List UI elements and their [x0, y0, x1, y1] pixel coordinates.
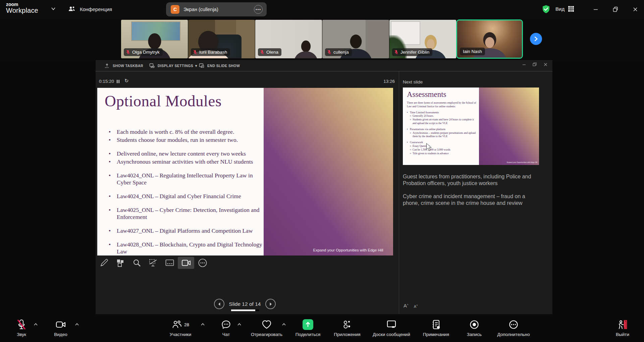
participant-name: Iain Nash [463, 49, 482, 54]
presenter-close-button[interactable] [542, 61, 548, 67]
see-all-slides-button[interactable] [112, 257, 128, 269]
tab-meeting[interactable]: Конференция [68, 4, 112, 14]
share-screen-button[interactable]: Поделиться [289, 318, 326, 337]
close-button[interactable] [627, 0, 643, 18]
mic-muted-icon [126, 50, 130, 55]
leave-label: Выйти [616, 332, 629, 337]
participant-name-pill: Jennifer Giblin [392, 48, 432, 56]
logo-zoom-text: zoom [6, 2, 38, 7]
participant-name: cullenja [333, 50, 349, 55]
participant-tile[interactable]: Olena [255, 20, 322, 58]
react-button[interactable]: Отреагировать [245, 318, 288, 337]
react-options-chevron[interactable] [282, 323, 286, 326]
next-participants-page-button[interactable] [530, 33, 542, 45]
presenter-restore-button[interactable] [532, 61, 538, 67]
presenter-minimize-button[interactable] [521, 61, 527, 67]
participant-tile-active-speaker[interactable]: Iain Nash [456, 19, 523, 59]
taskbar-icon [104, 63, 110, 68]
minimize-button[interactable] [588, 0, 604, 18]
share-screen-icon [303, 319, 313, 330]
next-slide-bullet: Time Limited Assessments Generally 24 ho… [407, 111, 477, 125]
mic-muted-icon [394, 50, 398, 55]
pen-tool-button[interactable] [96, 257, 112, 269]
participant-tile[interactable]: Iurii Barabash [188, 20, 255, 58]
slide-bullet: Law4025_ONL – Cyber Crime: Detection, In… [105, 207, 264, 221]
current-slide: Optional Modules Each module is worth c.… [97, 88, 393, 255]
participants-button[interactable]: 28 Участники [160, 318, 201, 337]
participant-name-pill: Iurii Barabash [191, 48, 230, 56]
divider [96, 71, 552, 71]
logo-workplace-text: Workplace [6, 7, 38, 14]
show-taskbar-button[interactable]: SHOW TASKBAR [104, 62, 143, 69]
tab-more-icon[interactable]: ••• [254, 5, 263, 14]
record-button[interactable]: Запись [458, 318, 491, 337]
increase-text-size-button[interactable]: A˄ [404, 303, 409, 308]
next-slide-bullet: Presentations via online platform Asynch… [407, 128, 477, 138]
people-icon [68, 5, 76, 13]
slide-bullet-list: Each module is worth c. 8% of the overal… [105, 127, 264, 255]
more-tools-button[interactable] [194, 257, 211, 269]
notes-button[interactable]: Примечания [416, 318, 456, 337]
leave-icon [617, 320, 628, 330]
layout-grid-icon[interactable] [568, 6, 574, 12]
apps-label: Приложения [334, 332, 361, 337]
more-button[interactable]: Дополнительно [490, 318, 537, 337]
next-slide-intro: There are three forms of assessments emp… [407, 101, 477, 109]
participant-name-pill: cullenja [325, 48, 352, 56]
tab-shared-screen[interactable]: C Экран (cullenja) ••• [166, 2, 267, 16]
audio-button[interactable]: Звук [8, 318, 35, 337]
decrease-text-size-button[interactable]: A˅ [414, 304, 418, 308]
next-slide-footer: Expand your Opportunities with Edge Hill [507, 161, 537, 163]
title-bar: zoom Workplace Конференция C Экран (cull… [0, 0, 644, 18]
video-button[interactable]: Видео [47, 318, 74, 337]
speaker-note: Guest lectures from practitioners, inclu… [403, 173, 536, 187]
tab-meeting-label: Конференция [80, 6, 112, 12]
slide-bullet: Law4028_ONL – Blockchain, Crypto and Dig… [105, 241, 264, 255]
apps-icon [342, 320, 352, 330]
restore-button[interactable] [607, 0, 624, 18]
display-settings-button[interactable]: DISPLAY SETTINGS ▼ [149, 62, 198, 69]
participants-options-chevron[interactable] [201, 323, 205, 326]
leave-button[interactable]: Выйти [606, 318, 639, 337]
captions-button[interactable] [161, 257, 178, 269]
chat-button[interactable]: Чат [213, 318, 239, 337]
pause-timer-icon[interactable] [116, 79, 120, 83]
black-screen-button[interactable] [145, 257, 161, 269]
chevron-down-icon[interactable] [51, 7, 56, 10]
chat-options-chevron[interactable] [237, 323, 241, 326]
more-ellipsis-icon [508, 320, 519, 330]
next-slide-thumbnail[interactable]: Assessments There are three forms of ass… [403, 88, 539, 165]
participant-tile[interactable]: Olga Dmytryk [121, 20, 188, 58]
whiteboards-button[interactable]: Доски сообщений [366, 318, 417, 337]
whiteboards-label: Доски сообщений [373, 332, 410, 337]
notes-label: Примечания [423, 332, 449, 337]
screen-app-badge: C [171, 5, 179, 14]
participant-tile[interactable]: cullenja [322, 20, 389, 58]
slide-bullet: Asynchronous seminar activities with oth… [105, 158, 264, 165]
end-slide-show-button[interactable]: END SLIDE SHOW [199, 62, 240, 69]
audio-options-chevron[interactable] [34, 323, 38, 326]
restart-timer-icon[interactable]: ↻ [124, 78, 129, 84]
next-slide-button[interactable] [265, 299, 276, 309]
elapsed-timer: 0:15:20 [99, 79, 114, 84]
participant-tile[interactable]: Jennifer Giblin [389, 20, 456, 58]
end-slide-show-icon [199, 63, 204, 68]
end-slide-show-label: END SLIDE SHOW [207, 64, 240, 68]
security-shield-icon[interactable] [542, 5, 550, 14]
participant-name: Olga Dmytryk [132, 50, 160, 55]
camera-toggle-button[interactable] [178, 257, 194, 269]
slide-progress-bar [231, 309, 259, 311]
slide-bullet: Law4024_ONL – Regulating Intellectual Pr… [105, 172, 264, 186]
share-screen-label: Поделиться [296, 332, 321, 337]
speaker-notes[interactable]: Guest lectures from practitioners, inclu… [403, 173, 536, 207]
mic-muted-icon [260, 50, 264, 55]
previous-slide-button[interactable] [214, 299, 224, 309]
view-menu-label[interactable]: Вид [555, 6, 565, 12]
apps-button[interactable]: Приложения [327, 318, 367, 337]
video-options-chevron[interactable] [75, 323, 79, 326]
notes-icon [432, 320, 440, 330]
audio-label: Звук [17, 332, 26, 337]
mic-muted-icon [193, 50, 197, 55]
zoom-slide-button[interactable] [128, 257, 145, 269]
chevron-right-icon [533, 36, 539, 42]
